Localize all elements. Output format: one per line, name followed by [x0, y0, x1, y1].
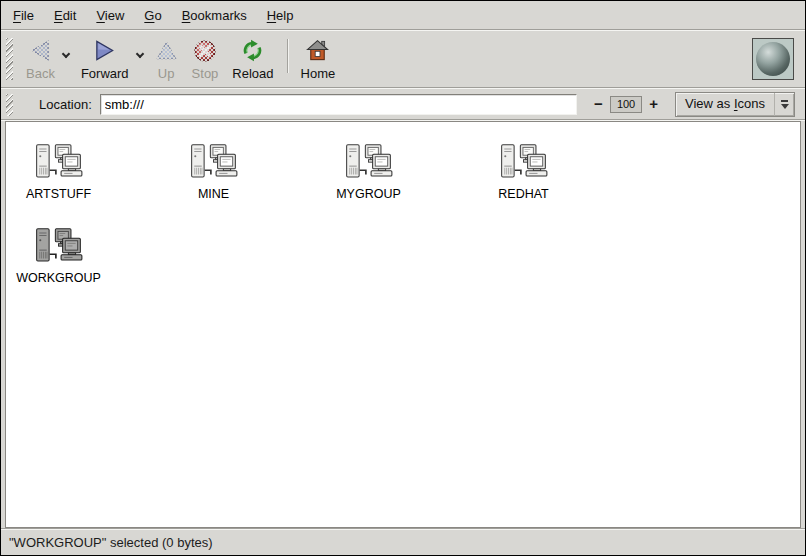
- home-icon: [305, 37, 330, 64]
- menu-go[interactable]: Go: [134, 3, 171, 28]
- reload-icon: [240, 37, 265, 64]
- forward-history-dropdown[interactable]: [136, 35, 148, 57]
- menu-help[interactable]: Help: [257, 3, 304, 28]
- icon-label: ARTSTUFF: [26, 187, 91, 201]
- icon-label: MINE: [198, 187, 229, 201]
- zoom-controls: − 100 +: [591, 95, 661, 113]
- workgroup-item-mine[interactable]: MINE: [136, 142, 291, 226]
- chevron-down-icon: [62, 50, 70, 58]
- workgroup-item-redhat[interactable]: REDHAT: [446, 142, 601, 226]
- menu-file[interactable]: File: [3, 3, 44, 28]
- workgroup-item-workgroup-selected[interactable]: WORKGROUP: [5, 226, 136, 310]
- location-bar: Location: − 100 + View as Icons: [1, 89, 805, 119]
- icon-label: REDHAT: [498, 187, 548, 201]
- workgroup-item-mygroup[interactable]: MYGROUP: [291, 142, 446, 226]
- throbber-frame: [752, 38, 794, 80]
- zoom-in-button[interactable]: +: [646, 95, 661, 113]
- network-workgroup-icon: [343, 142, 395, 184]
- up-button[interactable]: Up: [148, 35, 185, 83]
- view-as-dropdown[interactable]: View as Icons: [675, 92, 795, 117]
- up-label: Up: [158, 66, 175, 81]
- back-label: Back: [26, 66, 55, 81]
- location-label: Location:: [39, 97, 92, 112]
- view-as-label: View as Icons: [676, 93, 774, 116]
- toolbar-separator: [287, 39, 288, 73]
- network-workgroup-icon: [188, 142, 240, 184]
- stop-icon: [193, 37, 217, 64]
- file-icon-view[interactable]: ARTSTUFF: [5, 121, 801, 528]
- location-input[interactable]: [100, 94, 577, 115]
- network-workgroup-icon: [33, 142, 85, 184]
- zoom-level-indicator[interactable]: 100: [610, 96, 642, 113]
- throbber-globe-icon[interactable]: [756, 42, 790, 76]
- home-label: Home: [301, 66, 336, 81]
- up-icon: [155, 37, 178, 64]
- icon-label: WORKGROUP: [16, 271, 101, 285]
- menu-edit[interactable]: Edit: [44, 3, 86, 28]
- zoom-out-button[interactable]: −: [591, 95, 606, 113]
- reload-label: Reload: [232, 66, 273, 81]
- workgroup-item-artstuff[interactable]: ARTSTUFF: [5, 142, 136, 226]
- statusbar: "WORKGROUP" selected (0 bytes): [1, 530, 805, 555]
- back-button[interactable]: Back: [19, 35, 62, 83]
- stop-label: Stop: [192, 66, 219, 81]
- locationbar-grip-handle[interactable]: [6, 94, 13, 116]
- home-button[interactable]: Home: [294, 35, 343, 83]
- toolbar-grip-handle[interactable]: [6, 38, 13, 80]
- forward-label: Forward: [81, 66, 129, 81]
- forward-icon: [93, 37, 116, 64]
- back-icon: [29, 37, 52, 64]
- stop-button[interactable]: Stop: [185, 35, 226, 83]
- reload-button[interactable]: Reload: [225, 35, 280, 83]
- forward-button[interactable]: Forward: [74, 35, 136, 83]
- icon-label: MYGROUP: [336, 187, 401, 201]
- selection-status-text: "WORKGROUP" selected (0 bytes): [9, 535, 213, 550]
- back-history-dropdown[interactable]: [62, 35, 74, 57]
- network-workgroup-icon: [33, 226, 85, 268]
- icon-grid: ARTSTUFF: [5, 122, 621, 310]
- menu-bookmarks[interactable]: Bookmarks: [172, 3, 257, 28]
- dropdown-arrow-icon: [774, 93, 794, 116]
- toolbar: Back Forward Up: [1, 31, 805, 87]
- file-manager-window: File Edit View Go Bookmarks Help Back Fo…: [0, 0, 806, 556]
- menubar: File Edit View Go Bookmarks Help: [1, 1, 805, 29]
- network-workgroup-icon: [498, 142, 550, 184]
- menu-view[interactable]: View: [86, 3, 134, 28]
- chevron-down-icon: [135, 50, 143, 58]
